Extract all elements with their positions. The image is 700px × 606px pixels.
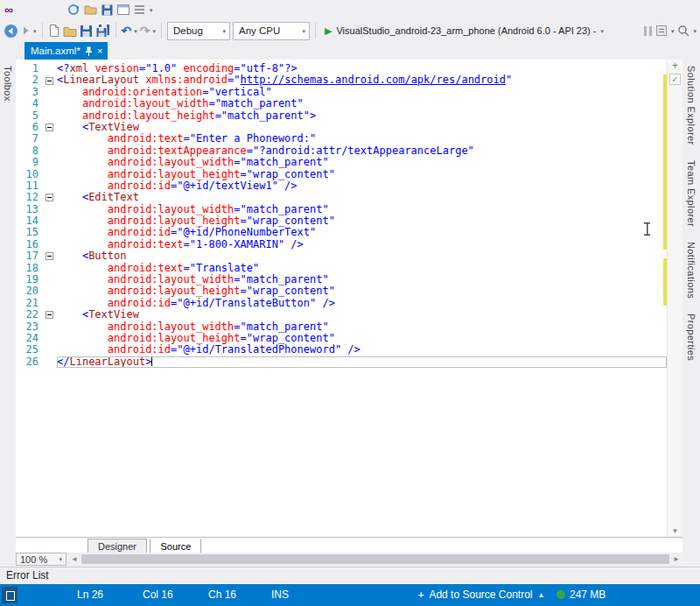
code-line-12[interactable]: 12 <EditText xyxy=(16,192,667,203)
code-text[interactable]: android:layout_width="match_parent" xyxy=(57,157,667,168)
line-number[interactable]: 19 xyxy=(16,274,42,285)
code-text[interactable]: android:orientation="vertical" xyxy=(57,87,667,98)
code-text[interactable]: <Button xyxy=(57,250,667,262)
code-line-10[interactable]: 10 android:layout_height="wrap_content" xyxy=(16,169,667,180)
code-text[interactable]: android:text="Enter a Phoneword:" xyxy=(57,133,667,144)
vertical-scrollbar[interactable]: + ✓ ▼ xyxy=(667,60,682,537)
folder-icon[interactable] xyxy=(84,1,97,18)
scroll-left-arrow-icon[interactable]: ◄ xyxy=(68,553,80,566)
memory-indicator[interactable]: 247 MB xyxy=(556,588,606,601)
code-text[interactable]: <TextView xyxy=(57,309,667,321)
code-text[interactable]: android:layout_height="wrap_content" xyxy=(57,285,667,297)
sidebar-tab-solution-explorer[interactable]: Solution Explorer xyxy=(686,66,696,145)
line-number[interactable]: 16 xyxy=(16,239,42,250)
line-number[interactable]: 6 xyxy=(16,122,42,133)
code-text[interactable]: <LinearLayout xmlns:android="http://sche… xyxy=(57,74,667,86)
code-line-21[interactable]: 21 android:id="@+id/TranslateButton" /> xyxy=(16,298,667,309)
fold-collapse-icon[interactable] xyxy=(46,311,53,319)
code-line-22[interactable]: 22 <TextView xyxy=(16,309,667,321)
line-number[interactable]: 18 xyxy=(16,263,42,274)
splitter-plus-icon[interactable]: + xyxy=(668,60,682,72)
fold-collapse-icon[interactable] xyxy=(46,194,53,201)
window-icon[interactable] xyxy=(117,1,130,18)
line-number[interactable]: 22 xyxy=(16,309,42,321)
line-number[interactable]: 14 xyxy=(16,215,42,227)
sync-icon[interactable] xyxy=(67,1,80,18)
step-icons[interactable] xyxy=(655,22,668,39)
code-text[interactable]: </LinearLayout> xyxy=(57,356,667,368)
code-text[interactable]: android:text="Translate" xyxy=(57,263,667,274)
solution-configuration-combo[interactable]: Debug ▾ xyxy=(167,22,230,40)
save-all-icon[interactable] xyxy=(95,22,110,39)
line-number[interactable]: 4 xyxy=(16,98,42,109)
dropdown-caret-icon[interactable]: ▾ xyxy=(150,7,153,13)
code-line-19[interactable]: 19 android:layout_width="match_parent" xyxy=(16,274,667,285)
line-number[interactable]: 3 xyxy=(16,87,42,98)
find-icon[interactable] xyxy=(677,22,690,39)
code-line-4[interactable]: 4 android:layout_width="match_parent" xyxy=(16,98,667,109)
fold-collapse-icon[interactable] xyxy=(46,252,53,260)
line-number[interactable]: 13 xyxy=(16,204,42,215)
code-line-7[interactable]: 7 android:text="Enter a Phoneword:" xyxy=(16,133,667,144)
line-number[interactable]: 21 xyxy=(16,298,42,309)
line-number[interactable]: 26 xyxy=(16,356,42,368)
tab-main-axml[interactable]: Main.axml* × xyxy=(24,42,108,60)
line-number[interactable]: 10 xyxy=(16,169,42,180)
line-number[interactable]: 1 xyxy=(16,63,42,74)
code-text[interactable]: android:layout_width="match_parent" xyxy=(57,321,667,333)
line-number[interactable]: 20 xyxy=(16,285,42,297)
undo-icon[interactable]: ↶ xyxy=(122,25,132,37)
open-file-icon[interactable] xyxy=(63,22,77,39)
code-text[interactable]: android:text="1-800-XAMARIN" /> xyxy=(57,239,667,250)
sidebar-tab-team-explorer[interactable]: Team Explorer xyxy=(686,160,696,227)
dropdown-caret-icon[interactable]: ▾ xyxy=(134,28,137,34)
line-number[interactable]: 8 xyxy=(16,145,42,157)
navigate-forward-icon[interactable] xyxy=(21,22,31,39)
dropdown-caret-icon[interactable]: ▾ xyxy=(671,28,675,34)
code-line-13[interactable]: 13 android:layout_width="match_parent" xyxy=(16,204,667,215)
sidebar-tab-toolbox[interactable]: Toolbox xyxy=(3,66,13,102)
new-file-icon[interactable] xyxy=(48,22,60,39)
save-icon[interactable] xyxy=(102,1,113,18)
line-number[interactable]: 23 xyxy=(16,321,42,333)
pause-icon[interactable] xyxy=(644,26,652,36)
code-line-26[interactable]: 26</LinearLayout> xyxy=(16,356,667,368)
fold-collapse-icon[interactable] xyxy=(46,123,53,131)
dropdown-caret-icon[interactable]: ▾ xyxy=(33,28,37,34)
code-text[interactable]: android:id="@+id/textView1" /> xyxy=(57,180,667,192)
line-number[interactable]: 11 xyxy=(16,180,42,192)
line-number[interactable]: 7 xyxy=(16,133,42,144)
code-line-15[interactable]: 15 android:id="@+id/PhoneNumberText" xyxy=(16,227,667,238)
sidebar-tab-properties[interactable]: Properties xyxy=(686,314,696,361)
start-debugging-button[interactable]: ▶ VisualStudio_android-23_arm_phone (And… xyxy=(321,21,607,40)
code-line-18[interactable]: 18 android:text="Translate" xyxy=(16,263,667,274)
save-icon[interactable] xyxy=(80,22,93,39)
line-number[interactable]: 25 xyxy=(16,344,42,356)
pin-icon[interactable] xyxy=(85,42,93,60)
zoom-combo[interactable]: 100 % ▾ xyxy=(16,553,66,566)
code-area[interactable]: 1<?xml version="1.0" encoding="utf-8"?>2… xyxy=(16,60,667,537)
code-text[interactable]: android:layout_width="match_parent" xyxy=(57,98,667,109)
add-to-source-control-button[interactable]: + Add to Source Control ▲ xyxy=(418,588,544,601)
code-line-23[interactable]: 23 android:layout_width="match_parent" xyxy=(16,321,667,333)
code-line-2[interactable]: 2<LinearLayout xmlns:android="http://sch… xyxy=(16,74,667,86)
code-line-14[interactable]: 14 android:layout_height="wrap_content" xyxy=(16,215,667,227)
code-text[interactable]: android:layout_height="match_parent"> xyxy=(57,110,667,122)
sidebar-tab-notifications[interactable]: Notifications xyxy=(686,242,696,299)
line-number[interactable]: 15 xyxy=(16,227,42,238)
line-number[interactable]: 24 xyxy=(16,333,42,344)
code-line-20[interactable]: 20 android:layout_height="wrap_content" xyxy=(16,285,667,297)
code-text[interactable]: android:layout_width="match_parent" xyxy=(57,274,667,285)
code-line-1[interactable]: 1<?xml version="1.0" encoding="utf-8"?> xyxy=(16,63,667,74)
code-text[interactable]: android:textAppearance="?android:attr/te… xyxy=(57,145,667,157)
toolbar-overflow-caret-icon[interactable]: ▾ xyxy=(693,28,696,34)
code-text[interactable]: android:id="@+id/PhoneNumberText" xyxy=(57,227,667,238)
code-editor[interactable]: 1<?xml version="1.0" encoding="utf-8"?>2… xyxy=(16,60,682,537)
code-line-6[interactable]: 6 <TextView xyxy=(16,122,667,133)
code-line-8[interactable]: 8 android:textAppearance="?android:attr/… xyxy=(16,145,667,157)
redo-icon[interactable]: ↷ xyxy=(140,25,150,37)
code-line-3[interactable]: 3 android:orientation="vertical" xyxy=(16,87,667,98)
code-text[interactable]: <?xml version="1.0" encoding="utf-8"?> xyxy=(57,63,667,74)
horizontal-scrollbar[interactable]: ◄ ► xyxy=(68,553,682,566)
code-text[interactable]: <TextView xyxy=(57,122,667,133)
